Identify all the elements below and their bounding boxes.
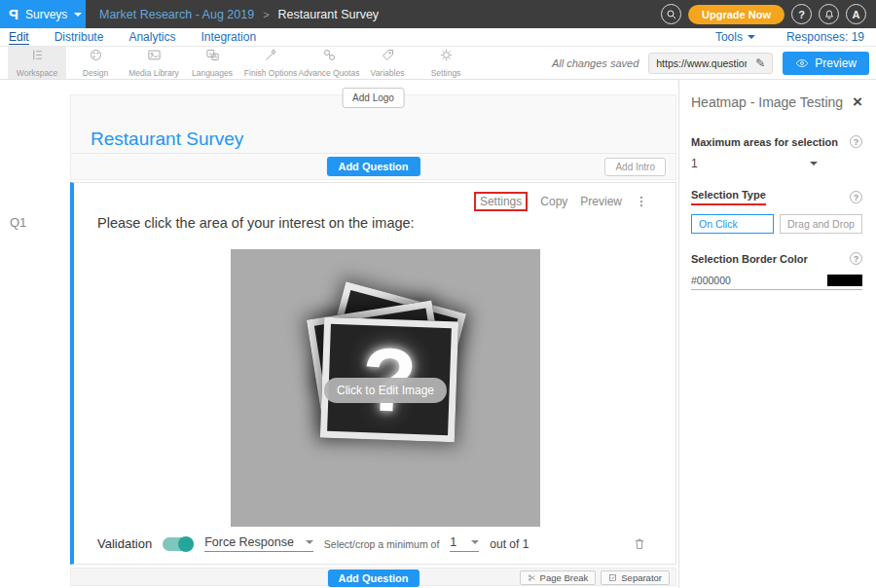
save-status: All changes saved (552, 57, 639, 69)
topbar-actions: Upgrade Now ? A (661, 4, 876, 24)
help-icon[interactable]: ? (850, 252, 862, 265)
question-text[interactable]: Please click the area of your interest o… (97, 215, 415, 231)
toolbar-variables[interactable]: Variables (358, 47, 417, 79)
bell-icon (823, 9, 835, 20)
palette-icon (89, 48, 103, 66)
question-preview-action[interactable]: Preview (580, 195, 622, 208)
close-panel-button[interactable]: × (853, 93, 862, 110)
question-settings-action[interactable]: Settings (474, 192, 528, 211)
max-areas-value: 1 (691, 157, 698, 170)
help-icon[interactable]: ? (850, 191, 862, 203)
toolbar-settings[interactable]: Settings (417, 47, 475, 79)
preview-button-label: Preview (815, 56, 857, 70)
edit-image-button[interactable]: Click to Edit Image (324, 378, 447, 403)
toolbar-languages-label: Languages (192, 68, 233, 78)
toolbar-advance-quotas-label: Advance Quotas (299, 68, 360, 78)
validation-row: Validation Force Response Select/crop a … (97, 535, 646, 552)
surveys-menu-label: Surveys (25, 8, 67, 21)
drag-and-drop-option[interactable]: Drag and Drop (780, 214, 862, 234)
panel-header: Heatmap - Image Testing × (691, 93, 862, 110)
chevron-down-icon (471, 540, 479, 544)
toolbar-advance-quotas[interactable]: Advance Quotas (300, 47, 358, 79)
responses-count[interactable]: Responses: 19 (786, 30, 864, 44)
color-swatch[interactable] (827, 275, 862, 286)
more-options-button[interactable] (635, 195, 648, 208)
survey-url-input[interactable] (649, 57, 748, 69)
toolbar-finish-options-label: Finish Options (244, 68, 297, 78)
chevron-down-icon (306, 540, 313, 544)
border-color-label: Selection Border Color (691, 253, 808, 265)
add-intro-button[interactable]: Add Intro (604, 158, 666, 176)
tab-bar: Edit Distribute Analytics Integration To… (0, 28, 876, 47)
max-areas-select[interactable]: 1 (691, 157, 818, 170)
minimum-count-select[interactable]: 1 (450, 535, 479, 552)
questionpro-logo-icon[interactable]: P (9, 6, 18, 22)
selection-type-label: Selection Type (691, 189, 766, 205)
validation-toggle[interactable] (163, 537, 194, 551)
translate-icon: xA (205, 48, 220, 66)
page-break-label: Page Break (540, 572, 589, 583)
border-color-value: #000000 (691, 275, 731, 286)
edit-url-icon[interactable]: ✎ (748, 56, 772, 70)
minimum-select-label: Select/crop a minimum of (324, 538, 439, 550)
toolbar-languages[interactable]: xA Languages (183, 47, 241, 79)
upgrade-button[interactable]: Upgrade Now (688, 5, 785, 24)
add-logo-button[interactable]: Add Logo (342, 88, 405, 108)
survey-title[interactable]: Restaurant Survey (91, 129, 243, 150)
tab-distribute[interactable]: Distribute (55, 30, 104, 44)
help-icon[interactable]: ? (850, 135, 862, 148)
chevron-down-icon (748, 35, 755, 39)
panel-title: Heatmap - Image Testing (691, 94, 843, 110)
heatmap-image-placeholder[interactable]: ? Click to Edit Image (231, 249, 540, 527)
avatar[interactable]: A (846, 4, 866, 24)
question-card: Settings Copy Preview Please click the a… (70, 182, 676, 565)
toolbar-workspace[interactable]: Workspace (8, 47, 66, 79)
tab-integration[interactable]: Integration (201, 30, 256, 44)
tools-menu[interactable]: Tools (715, 30, 755, 44)
border-color-input[interactable]: #000000 (691, 275, 862, 290)
search-button[interactable] (661, 4, 681, 24)
on-click-option[interactable]: On Click (691, 214, 774, 234)
tab-analytics[interactable]: Analytics (128, 30, 175, 44)
add-question-bottom-button[interactable]: Add Question (327, 570, 419, 587)
trash-icon (633, 536, 646, 551)
preview-button[interactable]: Preview (783, 52, 869, 75)
top-bar: P Surveys Market Research - Aug 2019 > R… (0, 0, 876, 28)
tag-icon (381, 48, 395, 66)
validation-type-value: Force Response (204, 535, 294, 549)
question-settings-panel: Heatmap - Image Testing × Maximum areas … (678, 80, 876, 588)
question-actions: Settings Copy Preview (474, 192, 648, 211)
tab-edit[interactable]: Edit (9, 30, 29, 45)
svg-text:x: x (208, 51, 211, 56)
checkbox-icon (608, 573, 617, 582)
notifications-button[interactable] (819, 4, 839, 24)
toolbar-media-library[interactable]: Media Library (125, 47, 183, 79)
breadcrumb-parent-link[interactable]: Market Research - Aug 2019 (99, 8, 254, 21)
toolbar-workspace-label: Workspace (17, 68, 57, 78)
selection-type-row: Selection Type ? (691, 189, 862, 205)
gear-icon (439, 48, 454, 66)
breadcrumb-separator: > (263, 9, 269, 20)
max-areas-label: Maximum areas for selection (691, 136, 838, 148)
help-button[interactable]: ? (791, 4, 812, 24)
surveys-menu[interactable]: P Surveys (0, 0, 86, 28)
question-copy-action[interactable]: Copy (540, 195, 567, 208)
delete-question-button[interactable] (633, 536, 646, 551)
add-question-button[interactable]: Add Question (326, 157, 420, 176)
kebab-menu-icon (635, 195, 648, 208)
validation-type-select[interactable]: Force Response (204, 535, 313, 552)
question-number: Q1 (10, 215, 26, 230)
survey-editor-column: Add Logo Restaurant Survey Add Question … (70, 80, 676, 586)
max-areas-row: Maximum areas for selection ? (691, 135, 862, 148)
separator-button[interactable]: Separator (601, 570, 670, 585)
separator-label: Separator (621, 572, 662, 583)
chevron-down-icon (74, 13, 82, 17)
validation-label: Validation (97, 536, 152, 551)
page-break-button[interactable]: Page Break (520, 570, 597, 585)
toolbar-finish-options[interactable]: Finish Options (241, 47, 300, 79)
chevron-down-icon (810, 162, 818, 165)
toolbar-design[interactable]: Design (66, 47, 125, 79)
toolbar-media-library-label: Media Library (128, 68, 179, 78)
toggle-knob (178, 536, 194, 552)
toolbar-settings-label: Settings (431, 68, 461, 78)
